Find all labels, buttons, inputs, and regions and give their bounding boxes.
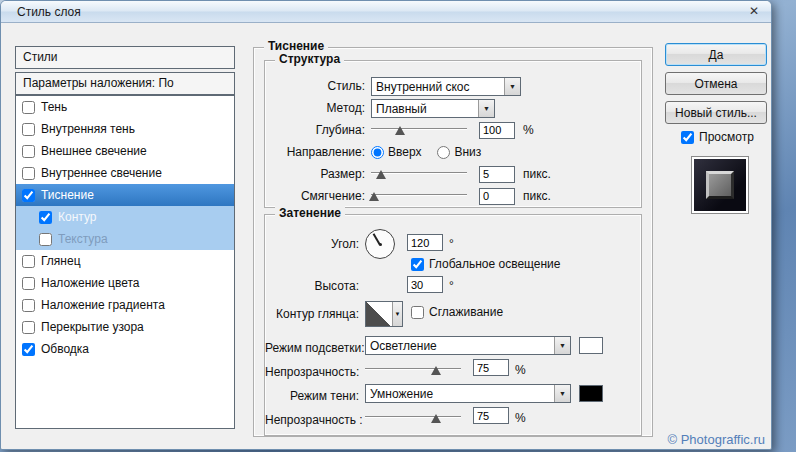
style-item-outer-glow[interactable]: Внешнее свечение	[16, 140, 234, 162]
shadow-opacity-slider[interactable]	[365, 410, 461, 426]
desktop-background: Стиль слоя ✕ Стили Параметры наложения: …	[0, 0, 796, 452]
global-light-label: Глобальное освещение	[429, 257, 560, 271]
highlight-opacity-slider[interactable]	[365, 362, 461, 378]
direction-up-radio-input[interactable]	[371, 146, 384, 159]
depth-unit: %	[523, 123, 534, 137]
style-item-bevel-emboss-checkbox[interactable]	[22, 189, 35, 202]
structure-group: Структура Стиль: Внутренний скос ▼ Метод…	[264, 60, 642, 208]
slider-track	[365, 368, 461, 370]
slider-thumb[interactable]	[369, 192, 379, 201]
style-item-satin-checkbox[interactable]	[22, 255, 35, 268]
style-item-label: Наложение цвета	[41, 276, 139, 290]
new-style-button[interactable]: Новый стиль...	[665, 101, 767, 124]
style-item-contour[interactable]: Контур	[16, 206, 234, 228]
style-item-inner-shadow-checkbox[interactable]	[22, 123, 35, 136]
styles-header[interactable]: Стили	[15, 46, 235, 69]
shadow-color-swatch[interactable]	[579, 385, 603, 402]
style-item-stroke-checkbox[interactable]	[22, 343, 35, 356]
preview-checkbox[interactable]: Просмотр	[681, 130, 767, 144]
cancel-button[interactable]: Отмена	[665, 72, 767, 95]
shadow-mode-select-value: Умножение	[366, 385, 554, 402]
style-item-bevel-emboss[interactable]: Тиснение	[16, 184, 234, 206]
angle-input[interactable]	[407, 234, 443, 251]
direction-down-radio-input[interactable]	[437, 146, 450, 159]
watermark: © Photograffic.ru	[668, 432, 766, 447]
style-item-inner-glow[interactable]: Внутреннее свечение	[16, 162, 234, 184]
direction-down-label: Вниз	[454, 145, 481, 159]
slider-track	[371, 128, 467, 130]
bevel-emboss-panel: Тиснение Структура Стиль: Внутренний ско…	[253, 47, 653, 437]
window-title: Стиль слоя	[17, 5, 81, 19]
style-item-texture[interactable]: Текстура	[16, 228, 234, 250]
styles-sidebar: Стили Параметры наложения: По умолчанию …	[15, 46, 235, 429]
size-slider[interactable]	[371, 166, 467, 182]
preview-thumbnail-bevel-square	[706, 171, 734, 199]
slider-thumb[interactable]	[431, 366, 441, 375]
method-label: Метод:	[271, 101, 365, 115]
technique-select[interactable]: Плавный ▼	[371, 99, 495, 118]
depth-slider[interactable]	[371, 122, 467, 138]
bevel-style-select-value: Внутренний скос	[372, 78, 504, 95]
preview-checkbox-input[interactable]	[681, 131, 694, 144]
style-item-inner-glow-checkbox[interactable]	[22, 167, 35, 180]
style-item-pattern-overlay[interactable]: Перекрытие узора	[16, 316, 234, 338]
blending-options-item[interactable]: Параметры наложения: По умолчанию	[15, 72, 235, 95]
style-item-pattern-overlay-checkbox[interactable]	[22, 321, 35, 334]
direction-up-label: Вверх	[388, 145, 421, 159]
soften-label: Смягчение:	[271, 189, 365, 203]
preview-thumbnail-background	[694, 159, 746, 211]
global-light-checkbox[interactable]: Глобальное освещение	[411, 257, 560, 271]
style-item-color-overlay-checkbox[interactable]	[22, 277, 35, 290]
highlight-mode-select[interactable]: Осветление ▼	[365, 336, 571, 355]
slider-thumb[interactable]	[376, 170, 386, 179]
shadow-opacity-input[interactable]	[473, 407, 509, 424]
style-item-texture-checkbox[interactable]	[39, 233, 52, 246]
style-item-color-overlay[interactable]: Наложение цвета	[16, 272, 234, 294]
style-item-label: Глянец	[41, 254, 81, 268]
antialiased-checkbox[interactable]: Сглаживание	[411, 305, 503, 319]
style-item-outer-glow-checkbox[interactable]	[22, 145, 35, 158]
style-item-contour-checkbox[interactable]	[39, 211, 52, 224]
style-item-shadow-checkbox[interactable]	[22, 101, 35, 114]
chevron-down-icon: ▼	[478, 100, 494, 117]
style-item-label: Перекрытие узора	[41, 320, 144, 334]
highlight-mode-select-value: Осветление	[366, 337, 554, 354]
shadow-mode-select[interactable]: Умножение ▼	[365, 384, 571, 403]
highlight-mode-label: Режим подсветки:	[265, 341, 359, 355]
slider-thumb[interactable]	[431, 414, 441, 423]
direction-up-radio[interactable]: Вверх	[371, 145, 421, 159]
chevron-down-icon: ▼	[504, 78, 520, 95]
soften-unit: пикс.	[523, 189, 551, 203]
ok-button[interactable]: Да	[665, 43, 767, 66]
highlight-opacity-input[interactable]	[473, 359, 509, 376]
depth-input[interactable]	[479, 122, 515, 139]
style-item-inner-shadow[interactable]: Внутренняя тень	[16, 118, 234, 140]
size-input[interactable]	[479, 166, 515, 183]
style-item-gradient-overlay-checkbox[interactable]	[22, 299, 35, 312]
shading-legend: Затенение	[275, 206, 345, 220]
titlebar[interactable]: Стиль слоя ✕	[1, 1, 771, 23]
style-item-stroke[interactable]: Обводка	[16, 338, 234, 360]
slider-thumb[interactable]	[395, 126, 405, 135]
shadow-mode-label: Режим тени:	[265, 389, 359, 403]
altitude-input[interactable]	[407, 276, 443, 293]
style-item-gradient-overlay[interactable]: Наложение градиента	[16, 294, 234, 316]
antialiased-checkbox-input[interactable]	[411, 306, 424, 319]
highlight-color-swatch[interactable]	[579, 337, 603, 354]
structure-legend: Структура	[275, 52, 344, 66]
chevron-down-icon: ▼	[392, 302, 402, 326]
gloss-contour-picker[interactable]: ▼	[365, 301, 403, 327]
close-icon[interactable]: ✕	[749, 4, 759, 18]
soften-input[interactable]	[479, 188, 515, 205]
preview-thumbnail	[691, 156, 749, 214]
gloss-contour-label: Контур глянца:	[265, 307, 359, 321]
angle-dial[interactable]	[365, 229, 395, 259]
global-light-checkbox-input[interactable]	[411, 258, 424, 271]
soften-slider[interactable]	[371, 188, 467, 204]
bevel-style-select[interactable]: Внутренний скос ▼	[371, 77, 521, 96]
direction-down-radio[interactable]: Вниз	[437, 145, 481, 159]
style-item-satin[interactable]: Глянец	[16, 250, 234, 272]
chevron-down-icon: ▼	[554, 337, 570, 354]
direction-row: Направление: Вверх Вниз	[271, 141, 635, 163]
style-item-shadow[interactable]: Тень	[16, 96, 234, 118]
